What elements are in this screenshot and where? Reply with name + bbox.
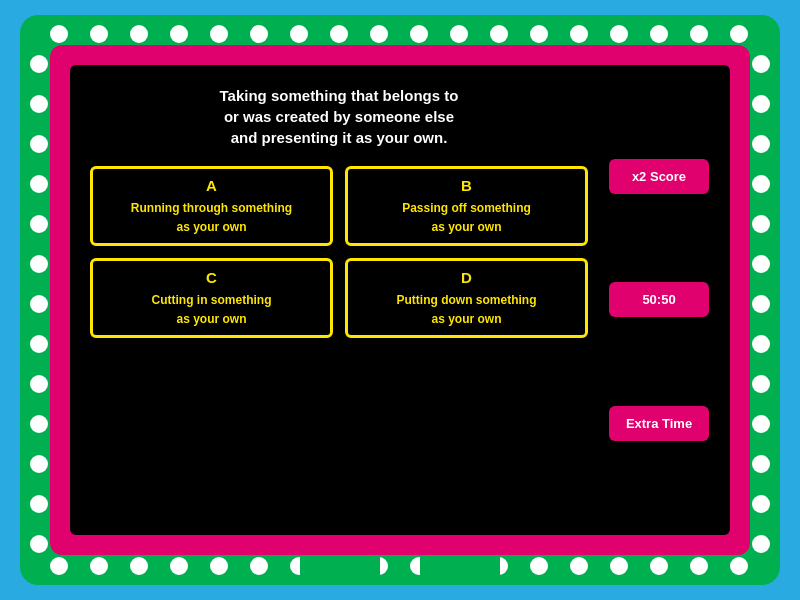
- right-panel: x2 Score50:50Extra Time: [604, 85, 714, 515]
- border-dot: [90, 25, 108, 43]
- border-dot: [570, 557, 588, 575]
- border-dot: [130, 25, 148, 43]
- border-dot: [752, 535, 770, 553]
- answer-box-a[interactable]: A Running through somethingas your own: [90, 166, 333, 246]
- border-dot: [530, 557, 548, 575]
- border-dot: [50, 557, 68, 575]
- border-dot: [752, 175, 770, 193]
- border-dot: [752, 295, 770, 313]
- border-dot: [250, 25, 268, 43]
- border-dot: [210, 557, 228, 575]
- powerup-extra-time-button[interactable]: Extra Time: [609, 406, 709, 441]
- border-dot: [690, 557, 708, 575]
- border-dot: [30, 295, 48, 313]
- bottom-connectors: [300, 555, 500, 585]
- border-dot: [90, 557, 108, 575]
- powerup-fifty-fifty-button[interactable]: 50:50: [609, 282, 709, 317]
- border-dot: [30, 95, 48, 113]
- border-dot: [530, 25, 548, 43]
- connector: [300, 555, 380, 585]
- border-dot: [610, 25, 628, 43]
- answer-text-c: Cutting in somethingas your own: [152, 293, 272, 326]
- border-dot: [30, 495, 48, 513]
- border-dot: [490, 25, 508, 43]
- answer-letter-c: C: [99, 269, 324, 286]
- border-dot: [752, 95, 770, 113]
- game-screen: Taking something that belongs toor was c…: [70, 65, 730, 535]
- answer-letter-a: A: [99, 177, 324, 194]
- border-dot: [650, 557, 668, 575]
- border-dot: [30, 255, 48, 273]
- border-dot: [752, 375, 770, 393]
- answer-letter-b: B: [354, 177, 579, 194]
- question-text: Taking something that belongs toor was c…: [220, 85, 459, 148]
- border-dot: [370, 25, 388, 43]
- border-dot: [30, 375, 48, 393]
- border-dot: [410, 25, 428, 43]
- border-dot: [170, 557, 188, 575]
- border-dot: [450, 25, 468, 43]
- border-dot: [752, 335, 770, 353]
- border-dot: [752, 255, 770, 273]
- border-dot: [130, 557, 148, 575]
- border-dot: [30, 455, 48, 473]
- answers-grid: A Running through somethingas your ownB …: [90, 166, 588, 338]
- border-dot: [752, 215, 770, 233]
- border-dot: [752, 135, 770, 153]
- left-panel: Taking something that belongs toor was c…: [90, 85, 588, 515]
- pink-border: Taking something that belongs toor was c…: [50, 45, 750, 555]
- answer-letter-d: D: [354, 269, 579, 286]
- border-dot: [752, 55, 770, 73]
- border-dot: [570, 25, 588, 43]
- border-dot: [752, 495, 770, 513]
- border-dot: [30, 135, 48, 153]
- answer-box-c[interactable]: C Cutting in somethingas your own: [90, 258, 333, 338]
- border-dot: [30, 535, 48, 553]
- border-dot: [752, 415, 770, 433]
- teal-border: Taking something that belongs toor was c…: [20, 15, 780, 585]
- border-dot: [30, 175, 48, 193]
- outer-frame: Taking something that belongs toor was c…: [0, 0, 800, 600]
- border-dot: [210, 25, 228, 43]
- answer-box-b[interactable]: B Passing off somethingas your own: [345, 166, 588, 246]
- border-dot: [170, 25, 188, 43]
- border-dot: [30, 55, 48, 73]
- answer-text-b: Passing off somethingas your own: [402, 201, 531, 234]
- border-dot: [730, 557, 748, 575]
- border-dot: [290, 25, 308, 43]
- border-dot: [730, 25, 748, 43]
- border-dot: [610, 557, 628, 575]
- border-dot: [752, 455, 770, 473]
- border-dot: [330, 25, 348, 43]
- border-dot: [650, 25, 668, 43]
- powerup-double-score-button[interactable]: x2 Score: [609, 159, 709, 194]
- border-dot: [690, 25, 708, 43]
- border-dot: [30, 415, 48, 433]
- answer-box-d[interactable]: D Putting down somethingas your own: [345, 258, 588, 338]
- border-dot: [30, 215, 48, 233]
- answer-text-d: Putting down somethingas your own: [397, 293, 537, 326]
- border-dot: [30, 335, 48, 353]
- border-dot: [50, 25, 68, 43]
- border-dot: [250, 557, 268, 575]
- connector: [420, 555, 500, 585]
- answer-text-a: Running through somethingas your own: [131, 201, 292, 234]
